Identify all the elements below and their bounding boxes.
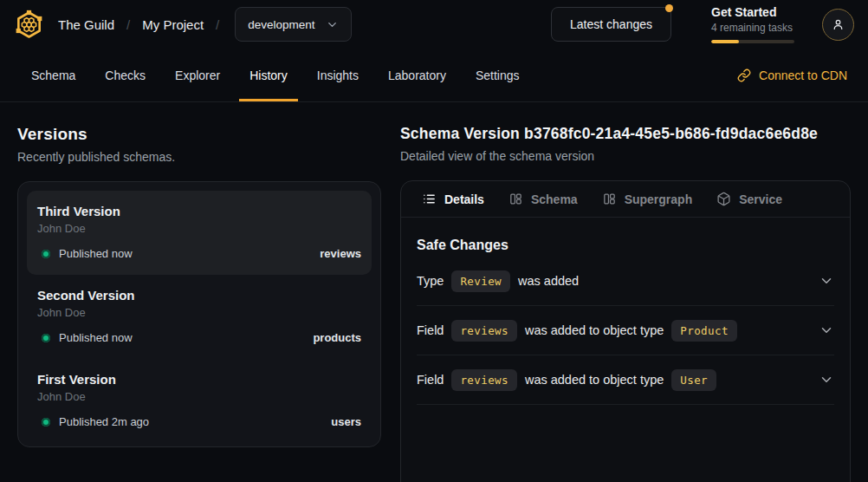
target-selector-value: development [248, 18, 314, 31]
get-started-progress [711, 40, 794, 43]
tab-explorer[interactable]: Explorer [165, 49, 230, 101]
notification-dot [665, 4, 673, 12]
schema-version-column: Schema Version b3768fc0-21a4-45e5-b686-f… [400, 102, 851, 482]
change-row[interactable]: Type Review was added [417, 257, 834, 306]
primary-nav: Schema Checks Explorer History Insights … [0, 49, 868, 102]
version-list-item[interactable]: Third Version John Doe Published now rev… [27, 191, 372, 275]
published-status-dot [42, 334, 50, 342]
get-started-widget[interactable]: Get Started 4 remaining tasks [711, 5, 794, 43]
version-name: Third Version [37, 204, 361, 218]
version-list-item[interactable]: First Version John Doe Published 2m ago … [27, 359, 372, 443]
chevron-down-icon[interactable] [819, 372, 834, 388]
schema-version-subtitle: Detailed view of the schema version [400, 149, 851, 163]
app-header: The Guild / My Project / development Lat… [0, 0, 868, 49]
breadcrumb-separator: / [126, 17, 130, 32]
versions-list: Third Version John Doe Published now rev… [17, 181, 381, 447]
connect-to-cdn-link[interactable]: Connect to CDN [737, 49, 847, 101]
header-right-cluster: Latest changes Get Started 4 remaining t… [551, 5, 854, 43]
version-service: products [313, 331, 361, 344]
version-author: John Doe [37, 390, 361, 403]
change-badge: Product [671, 320, 736, 342]
change-text: was added to object type [525, 323, 664, 337]
change-text: Field [417, 323, 444, 337]
tab-laboratory[interactable]: Laboratory [378, 49, 457, 101]
user-icon [831, 17, 845, 32]
published-status-dot [42, 418, 50, 427]
change-badge: User [671, 369, 716, 391]
change-row[interactable]: Field reviews was added to object type U… [417, 355, 834, 405]
tab-supergraph[interactable]: Supergraph [590, 181, 705, 217]
version-name: First Version [37, 372, 361, 387]
schema-version-title: Schema Version b3768fc0-21a4-45e5-b686-f… [400, 125, 851, 143]
cube-icon [716, 192, 731, 206]
change-row[interactable]: Field reviews was added to object type P… [417, 306, 834, 355]
versions-subtitle: Recently published schemas. [17, 150, 381, 164]
get-started-progress-fill [711, 40, 739, 43]
list-icon [422, 192, 437, 206]
link-icon [737, 68, 751, 82]
breadcrumb-org[interactable]: The Guild [58, 17, 114, 32]
version-author: John Doe [37, 222, 361, 235]
changes-section: Safe Changes Type Review was added Field… [401, 218, 850, 405]
change-badge: reviews [451, 369, 516, 391]
tab-details-label: Details [444, 192, 484, 206]
chevron-down-icon[interactable] [819, 273, 834, 289]
get-started-title: Get Started [711, 5, 794, 19]
change-text: was added [518, 274, 579, 288]
panels-icon [508, 192, 523, 206]
latest-changes-button[interactable]: Latest changes [551, 7, 671, 42]
tab-details[interactable]: Details [410, 181, 496, 217]
hive-logo-icon[interactable] [14, 10, 44, 40]
safe-changes-heading: Safe Changes [417, 238, 834, 253]
change-text: was added to object type [525, 373, 664, 387]
panels-icon [602, 192, 617, 206]
breadcrumb-separator: / [216, 17, 219, 32]
version-status: Published now [59, 247, 133, 260]
detail-tab-bar: Details Schema [401, 181, 850, 218]
tab-insights[interactable]: Insights [307, 49, 369, 101]
tab-schema[interactable]: Schema [21, 49, 86, 101]
chevron-down-icon [326, 18, 339, 31]
tab-settings[interactable]: Settings [465, 49, 530, 101]
chevron-down-icon[interactable] [819, 322, 834, 338]
version-list-item[interactable]: Second Version John Doe Published now pr… [27, 275, 372, 359]
get-started-subtitle: 4 remaining tasks [711, 22, 794, 34]
versions-title: Versions [17, 125, 381, 144]
change-badge: Review [451, 270, 510, 292]
breadcrumb-project[interactable]: My Project [142, 17, 204, 32]
user-avatar-button[interactable] [822, 9, 854, 41]
connect-to-cdn-label: Connect to CDN [759, 68, 847, 82]
schema-version-panel: Details Schema [400, 180, 851, 482]
latest-changes-label: Latest changes [570, 17, 652, 31]
versions-column: Versions Recently published schemas. Thi… [17, 102, 381, 482]
version-service: users [331, 415, 361, 428]
tab-supergraph-label: Supergraph [625, 192, 693, 206]
version-service: reviews [320, 247, 361, 260]
tab-service-label: Service [739, 192, 782, 206]
version-name: Second Version [37, 288, 361, 303]
change-text: Type [417, 274, 444, 288]
tab-checks[interactable]: Checks [94, 49, 156, 101]
published-status-dot [42, 250, 50, 258]
main-content: Versions Recently published schemas. Thi… [0, 102, 868, 482]
tab-history[interactable]: History [239, 49, 298, 101]
version-author: John Doe [37, 306, 361, 319]
change-badge: reviews [451, 320, 516, 342]
tab-schema-sdl[interactable]: Schema [496, 181, 590, 217]
tab-service[interactable]: Service [704, 181, 794, 217]
tab-schema-label: Schema [531, 192, 578, 206]
target-selector-dropdown[interactable]: development [235, 7, 351, 42]
change-text: Field [417, 373, 444, 387]
version-status: Published 2m ago [59, 415, 149, 428]
version-status: Published now [59, 331, 133, 344]
